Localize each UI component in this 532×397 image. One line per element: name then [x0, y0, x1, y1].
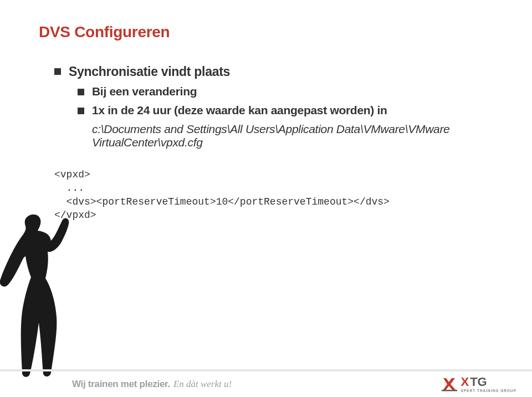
logo-mark-icon [442, 377, 457, 391]
square-bullet-icon [54, 68, 61, 75]
tagline-italic: En dàt werkt u! [173, 379, 232, 390]
footer-tagline: Wij trainen met plezier. En dàt werkt u! [72, 379, 232, 390]
xtg-logo: XTG XPERT TRAINING GROUP [442, 376, 516, 393]
list-item-text: c:\Documents and Settings\All Users\Appl… [92, 123, 493, 149]
list-item: 1x in de 24 uur (deze waarde kan aangepa… [78, 104, 493, 117]
square-bullet-icon [78, 108, 84, 114]
slide-content: DVS Configureren Synchronisatie vindt pl… [0, 0, 532, 222]
slide: DVS Configureren Synchronisatie vindt pl… [0, 0, 532, 397]
code-block: <vpxd> ... <dvs><portReserveTimeout>10</… [54, 168, 493, 222]
bullets-level1: Synchronisatie vindt plaats Bij een vera… [54, 64, 493, 149]
list-item: Bij een verandering [78, 85, 493, 98]
list-item: c:\Documents and Settings\All Users\Appl… [78, 123, 493, 149]
bullets-level2: Bij een verandering 1x in de 24 uur (dez… [78, 85, 493, 149]
slide-title: DVS Configureren [39, 23, 493, 41]
person-silhouette-icon [0, 212, 70, 378]
list-item-text: Bij een verandering [92, 85, 197, 98]
tagline-bold: Wij trainen met plezier. [72, 379, 170, 390]
logo-text: XTG XPERT TRAINING GROUP [461, 376, 516, 393]
logo-subtitle: XPERT TRAINING GROUP [461, 389, 516, 393]
logo-x: X [461, 376, 469, 388]
list-item-text: 1x in de 24 uur (deze waarde kan aangepa… [92, 104, 387, 117]
list-item: Synchronisatie vindt plaats [54, 64, 493, 79]
logo-main: XTG [461, 376, 516, 388]
footer: Wij trainen met plezier. En dàt werkt u!… [0, 369, 532, 397]
svg-rect-0 [442, 390, 457, 391]
logo-tg: TG [470, 376, 487, 388]
list-item-text: Synchronisatie vindt plaats [69, 64, 230, 79]
silhouette-figure [0, 212, 70, 378]
square-bullet-icon [78, 89, 84, 95]
